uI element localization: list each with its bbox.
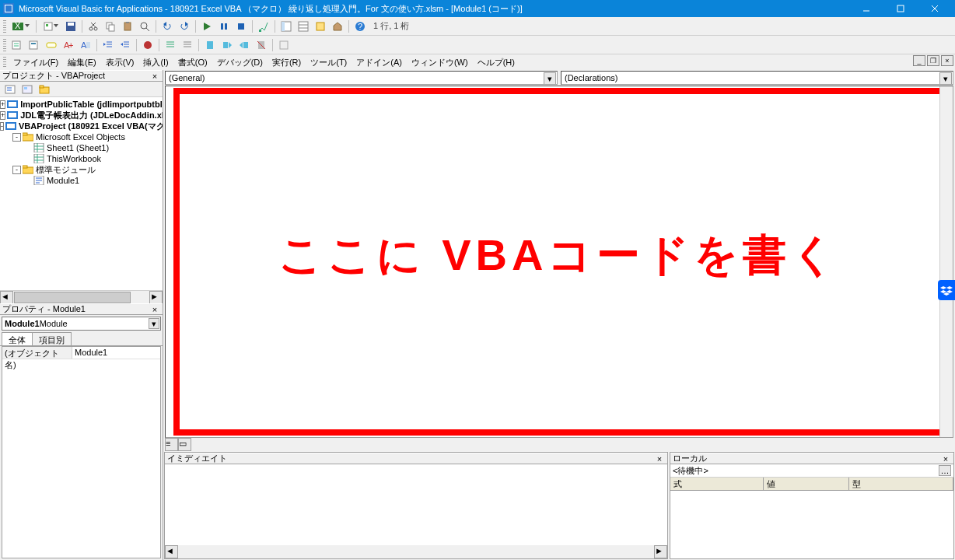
scroll-right-button[interactable]: ► <box>149 291 163 304</box>
menu-run[interactable]: 実行(R) <box>268 55 306 70</box>
menu-insert[interactable]: 挿入(I) <box>138 55 173 70</box>
project-tree-item[interactable]: -標準モジュール <box>0 164 163 175</box>
code-hscrollbar[interactable] <box>191 438 953 451</box>
procedure-view-button[interactable]: ≡ <box>165 438 178 451</box>
chevron-down-icon[interactable]: ▾ <box>544 72 556 85</box>
project-tree-item[interactable]: +ImportPublicTable (jdlimportpubtbl.xla) <box>0 99 163 110</box>
prev-bookmark-button[interactable] <box>236 37 252 53</box>
paste-button[interactable] <box>120 19 135 34</box>
parameter-info-button[interactable]: A+ <box>61 37 76 53</box>
immediate-textarea[interactable] <box>165 464 667 545</box>
menu-help[interactable]: ヘルプ(H) <box>473 55 519 70</box>
run-button[interactable] <box>199 19 215 34</box>
menu-window[interactable]: ウィンドウ(W) <box>407 55 473 70</box>
menu-addins[interactable]: アドイン(A) <box>352 55 407 70</box>
list-constants-button[interactable] <box>26 37 42 53</box>
mdi-close-button[interactable]: × <box>941 55 953 66</box>
chevron-down-icon[interactable]: ▾ <box>149 318 159 329</box>
menu-debug[interactable]: デバッグ(D) <box>212 55 268 70</box>
tree-collapse-button[interactable]: - <box>12 133 21 142</box>
project-tree-item[interactable]: -VBAProject (180921 Excel VBA(マクロ)繰り返 <box>0 121 163 131</box>
property-row[interactable]: (オブジェクト名)Module1 <box>2 347 160 359</box>
object-combobox[interactable]: (General) ▾ <box>165 71 558 85</box>
locals-header-expression[interactable]: 式 <box>670 478 764 490</box>
reset-button[interactable] <box>233 19 249 34</box>
procedure-combobox[interactable]: (Declarations) ▾ <box>561 71 953 85</box>
locals-header-type[interactable]: 型 <box>849 478 953 490</box>
toolbar-grip[interactable] <box>3 39 6 51</box>
properties-tab-categorized[interactable]: 項目別 <box>32 332 72 345</box>
tree-expand-button[interactable]: + <box>0 111 5 120</box>
next-bookmark-button[interactable] <box>219 37 235 53</box>
project-tree-item[interactable]: ThisWorkbook <box>0 153 163 164</box>
locals-column-headers[interactable]: 式 値 型 <box>670 478 953 491</box>
comment-block-button[interactable] <box>163 37 178 53</box>
scroll-left-button[interactable]: ◄ <box>0 291 13 304</box>
toolbar-grip[interactable] <box>3 20 6 33</box>
undo-button[interactable] <box>159 19 175 34</box>
indent-button[interactable] <box>100 37 116 53</box>
menu-view[interactable]: 表示(V) <box>101 55 139 70</box>
full-module-view-button[interactable]: ▭ <box>178 438 191 451</box>
outdent-button[interactable] <box>117 37 133 53</box>
toggle-breakpoint-button[interactable] <box>140 37 156 53</box>
copy-button[interactable] <box>103 19 118 34</box>
menu-format[interactable]: 書式(O) <box>173 55 212 70</box>
properties-tab-alphabetic[interactable]: 全体 <box>2 332 33 345</box>
toolbox-button[interactable] <box>330 19 345 34</box>
quick-info-button[interactable] <box>44 37 59 53</box>
toggle-folders-button[interactable] <box>37 82 52 96</box>
list-properties-button[interactable] <box>9 37 25 53</box>
view-object-button[interactable] <box>19 82 35 96</box>
properties-grid[interactable]: (オブジェクト名)Module1 <box>2 346 161 558</box>
project-tree[interactable]: +ImportPublicTable (jdlimportpubtbl.xla)… <box>0 97 163 290</box>
menu-edit[interactable]: 編集(E) <box>63 55 101 70</box>
locals-context-combo[interactable]: <待機中> … <box>670 464 953 478</box>
cut-button[interactable] <box>86 19 101 34</box>
locals-header-value[interactable]: 値 <box>764 478 849 490</box>
tree-collapse-button[interactable]: - <box>12 166 21 174</box>
project-tree-item[interactable]: Sheet1 (Sheet1) <box>0 142 163 153</box>
menu-tools[interactable]: ツール(T) <box>306 55 352 70</box>
extra-toolbar-button[interactable] <box>276 37 292 53</box>
properties-object-combo[interactable]: Module1 Module ▾ <box>2 317 161 331</box>
code-vscrollbar[interactable] <box>939 86 953 437</box>
mdi-restore-button[interactable]: ❐ <box>927 55 939 66</box>
code-editor[interactable]: ここに VBAコードを書く <box>165 86 953 438</box>
project-explorer-close-button[interactable]: × <box>149 71 160 81</box>
immediate-close-button[interactable]: × <box>654 453 665 464</box>
ellipsis-icon[interactable]: … <box>939 465 951 476</box>
scroll-thumb[interactable] <box>14 292 131 303</box>
design-mode-button[interactable] <box>256 19 271 34</box>
tree-expand-button[interactable]: + <box>0 100 5 109</box>
help-button[interactable]: ? <box>352 19 368 34</box>
property-value[interactable]: Module1 <box>72 347 160 359</box>
locals-body[interactable] <box>670 491 953 558</box>
project-explorer-button[interactable] <box>278 19 294 34</box>
project-tree-item[interactable]: Module1 <box>0 175 163 186</box>
menu-file[interactable]: ファイル(F) <box>9 55 63 70</box>
window-maximize-button[interactable] <box>883 0 918 17</box>
view-code-button[interactable] <box>2 82 18 96</box>
clear-bookmarks-button[interactable] <box>254 37 269 53</box>
window-close-button[interactable] <box>918 0 952 17</box>
mdi-minimize-button[interactable]: _ <box>913 55 925 66</box>
object-browser-button[interactable] <box>313 19 328 34</box>
properties-close-button[interactable]: × <box>149 304 160 314</box>
properties-window-button[interactable] <box>296 19 311 34</box>
view-excel-button[interactable]: X <box>9 19 33 34</box>
insert-module-button[interactable] <box>40 19 61 34</box>
redo-button[interactable] <box>177 19 192 34</box>
toggle-bookmark-button[interactable] <box>202 37 218 53</box>
complete-word-button[interactable]: A <box>78 37 93 53</box>
tree-collapse-button[interactable]: - <box>0 122 4 131</box>
save-button[interactable] <box>63 19 79 34</box>
immediate-hscrollbar[interactable]: ◄ ► <box>165 545 667 558</box>
chevron-down-icon[interactable]: ▾ <box>939 72 952 85</box>
break-button[interactable] <box>216 19 232 34</box>
uncomment-block-button[interactable] <box>180 37 195 53</box>
project-tree-item[interactable]: +JDL電子帳表出力 (JDLeDocAddin.xla) <box>0 110 163 121</box>
menubar-grip[interactable] <box>3 57 6 68</box>
find-button[interactable] <box>137 19 152 34</box>
project-tree-item[interactable]: -Microsoft Excel Objects <box>0 131 163 142</box>
